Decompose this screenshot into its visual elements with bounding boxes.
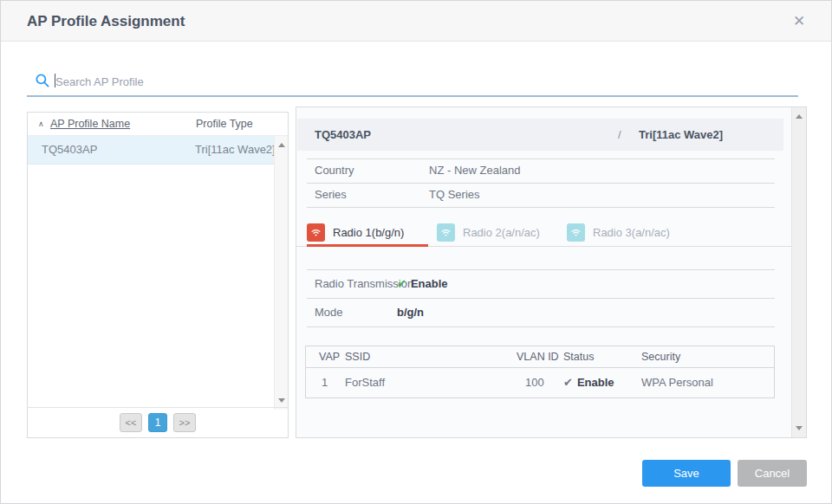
divider: [307, 326, 775, 327]
detail-scrollbar[interactable]: [791, 107, 806, 437]
table-row[interactable]: TQ5403AP Tri[11ac Wave2]: [28, 136, 288, 165]
field-row-mode: Mode b/g/n: [297, 298, 783, 326]
field-value: b/g/n: [397, 298, 424, 326]
vap-cell: 1: [322, 368, 328, 397]
list-scrollbar[interactable]: [274, 136, 288, 410]
save-button[interactable]: Save: [642, 460, 731, 487]
wifi-icon: [307, 223, 325, 242]
search-input[interactable]: [55, 72, 783, 91]
field-value: NZ - New Zealand: [429, 158, 520, 183]
profile-type-cell: Tri[11ac Wave2]: [195, 136, 276, 164]
tab-radio-2[interactable]: Radio 2(a/n/ac): [437, 218, 558, 247]
vlan-id-cell: 100: [525, 368, 544, 397]
field-row-country: Country NZ - New Zealand: [297, 158, 783, 183]
page-title: AP Profile Assignment: [27, 1, 185, 42]
sort-asc-icon[interactable]: ∧: [38, 113, 44, 135]
field-value: TQ Series: [429, 183, 480, 207]
tab-label: Radio 2(a/n/ac): [463, 226, 540, 239]
scroll-down-icon[interactable]: [278, 398, 285, 403]
scroll-up-icon[interactable]: [278, 143, 285, 147]
profile-list-header: ∧ AP Profile Name Profile Type: [28, 113, 288, 136]
tab-radio-1[interactable]: Radio 1(b/g/n): [307, 218, 428, 247]
detail-profile-type: Tri[11ac Wave2]: [639, 119, 723, 151]
tab-label: Radio 1(b/g/n): [333, 226, 404, 239]
close-icon[interactable]: ✕: [786, 1, 812, 42]
field-row-series: Series TQ Series: [297, 183, 783, 207]
search-icon: [35, 73, 50, 91]
profile-list-panel: ∧ AP Profile Name Profile Type TQ5403AP …: [27, 112, 289, 438]
column-header-vap: VAP: [319, 346, 340, 368]
column-header-ap-profile-name[interactable]: AP Profile Name: [50, 113, 130, 135]
field-label: Mode: [315, 298, 343, 326]
scroll-down-icon[interactable]: [796, 426, 803, 430]
detail-header-bar: TQ5403AP / Tri[11ac Wave2]: [297, 119, 783, 151]
wifi-icon: [437, 223, 455, 242]
column-header-profile-type: Profile Type: [196, 113, 253, 135]
check-icon: ✔: [563, 376, 573, 389]
search-underline: [27, 95, 798, 97]
field-label: Series: [315, 183, 347, 207]
profile-name-cell: TQ5403AP: [42, 136, 97, 164]
ssid-cell: ForStaff: [345, 368, 385, 397]
tab-radio-3[interactable]: Radio 3(a/n/ac): [567, 218, 688, 247]
pagination-page-1-button[interactable]: 1: [148, 413, 167, 432]
field-row-radio-transmission: Radio Transmission ✔Enable: [297, 269, 783, 298]
divider: [307, 207, 775, 208]
security-cell: WPA Personal: [641, 368, 713, 397]
scroll-up-icon[interactable]: [796, 114, 803, 119]
active-tab-underline: [307, 244, 428, 247]
dialog-header: AP Profile Assignment ✕: [1, 1, 831, 42]
column-header-security: Security: [641, 346, 680, 368]
status-text: Enable: [411, 277, 448, 290]
field-label: Country: [315, 158, 354, 183]
column-header-vlan-id: VLAN ID: [517, 346, 559, 368]
check-icon: ✔: [397, 277, 406, 290]
wifi-icon: [567, 223, 585, 242]
vap-table: VAP SSID VLAN ID Status Security 1 ForSt…: [305, 346, 775, 398]
pagination-prev-button[interactable]: <<: [120, 413, 142, 432]
status-text: Enable: [577, 376, 614, 389]
profile-detail-panel: TQ5403AP / Tri[11ac Wave2] Country NZ - …: [296, 107, 807, 438]
detail-profile-name: TQ5403AP: [315, 119, 371, 151]
field-value: ✔Enable: [397, 269, 448, 298]
column-header-ssid: SSID: [345, 346, 370, 368]
radio-tabs: Radio 1(b/g/n) Radio 2(a/n/ac): [307, 218, 697, 247]
status-cell: ✔Enable: [563, 368, 614, 397]
ap-profile-assignment-dialog: AP Profile Assignment ✕ ∧ AP Profile Nam…: [0, 0, 832, 504]
column-header-status: Status: [563, 346, 594, 368]
tab-label: Radio 3(a/n/ac): [593, 226, 670, 239]
pagination-next-button[interactable]: >>: [173, 413, 196, 432]
detail-header-separator: /: [618, 119, 621, 151]
cancel-button[interactable]: Cancel: [738, 460, 807, 487]
pagination: << 1 >>: [28, 407, 288, 437]
table-row: 1 ForStaff 100 ✔Enable WPA Personal: [306, 368, 774, 397]
vap-table-header: VAP SSID VLAN ID Status Security: [306, 346, 774, 368]
